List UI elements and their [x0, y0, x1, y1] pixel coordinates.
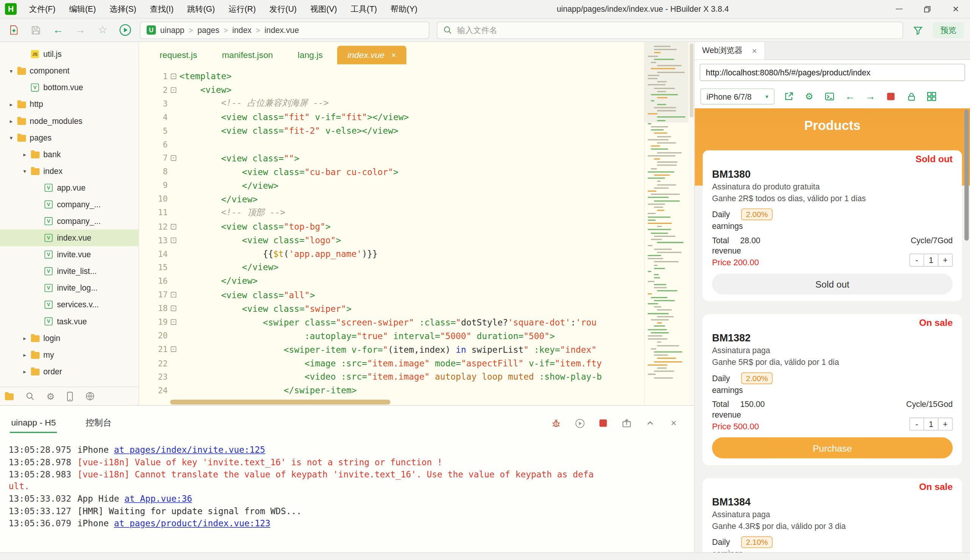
menu-item[interactable]: 运行(R)	[222, 0, 263, 18]
debug-icon[interactable]	[550, 418, 562, 428]
tree-item[interactable]: ▾index	[0, 163, 139, 179]
console-link[interactable]: at pages/index/invite.vue:125	[114, 445, 265, 455]
tree-item[interactable]: ▸order	[0, 363, 139, 380]
chevron-right-icon[interactable]: ▸	[20, 335, 30, 341]
fold-icon[interactable]: -	[167, 223, 179, 229]
tree-item[interactable]: JSutil.js	[0, 46, 139, 63]
close-button[interactable]: ×	[942, 0, 970, 18]
favorite-button[interactable]: ☆	[95, 23, 110, 38]
console-link[interactable]: at pages/product/index.vue:123	[114, 518, 270, 528]
editor-tab[interactable]: lang.js	[287, 46, 333, 64]
lock-icon[interactable]	[905, 90, 918, 103]
fold-icon[interactable]: -	[167, 155, 179, 161]
send-to-editor-icon[interactable]	[621, 418, 632, 428]
editor-scrollbar-thumb[interactable]	[690, 43, 693, 117]
fold-icon[interactable]: -	[167, 292, 179, 298]
address-bar[interactable]	[700, 63, 965, 81]
minus-button[interactable]: -	[909, 253, 924, 267]
tree-item[interactable]: ▸login	[0, 330, 139, 346]
open-in-browser-icon[interactable]	[782, 90, 795, 103]
chevron-down-icon[interactable]: ▾	[20, 168, 30, 174]
tree-item[interactable]: ▾pages	[0, 129, 139, 146]
close-tab-icon[interactable]: ×	[752, 46, 757, 56]
back-icon[interactable]: ←	[844, 90, 856, 103]
fold-icon[interactable]: -	[167, 237, 179, 243]
fold-icon[interactable]: -	[167, 319, 179, 325]
tree-item[interactable]: Vbottom.vue	[0, 79, 139, 96]
chevron-right-icon[interactable]: ▸	[20, 368, 30, 374]
close-tab-icon[interactable]: ×	[392, 50, 396, 60]
search-input[interactable]	[457, 25, 897, 35]
menu-item[interactable]: 帮助(Y)	[384, 0, 424, 18]
chevron-down-icon[interactable]: ▾	[6, 135, 16, 140]
plus-button[interactable]: +	[938, 418, 953, 430]
tree-item[interactable]: ▸my	[0, 346, 139, 363]
breadcrumb-item[interactable]: index	[232, 25, 252, 35]
menu-item[interactable]: 选择(S)	[103, 0, 143, 18]
tree-item[interactable]: ▸bank	[0, 146, 139, 163]
console-link[interactable]: at App.vue:36	[124, 494, 192, 503]
tree-item[interactable]: Vcompany_...	[0, 196, 139, 213]
tree-item[interactable]: Vinvite_list...	[0, 263, 139, 280]
minimize-button[interactable]	[885, 0, 913, 18]
run-button[interactable]	[117, 23, 132, 38]
tree-item[interactable]: Vtask.vue	[0, 313, 139, 330]
minimap[interactable]	[644, 42, 689, 405]
breadcrumb-item[interactable]: uinapp	[160, 25, 185, 35]
tree-item[interactable]: Vinvite.vue	[0, 246, 139, 263]
minus-button[interactable]: -	[909, 418, 924, 430]
console-tab[interactable]: uinapp - H5	[10, 412, 57, 434]
fold-icon[interactable]: -	[167, 73, 179, 79]
search-files-icon[interactable]	[25, 392, 35, 400]
device-grid-icon[interactable]	[925, 90, 938, 103]
breadcrumb-item[interactable]: index.vue	[265, 25, 299, 35]
tab-web-browser[interactable]: Web浏览器 ×	[695, 42, 765, 60]
fold-icon[interactable]: -	[167, 87, 179, 93]
tree-item[interactable]: Vapp.vue	[0, 179, 139, 196]
explorer-icon[interactable]	[5, 392, 13, 400]
tree-item[interactable]: ▸http	[0, 96, 139, 113]
rerun-icon[interactable]	[574, 418, 585, 428]
chevron-right-icon[interactable]: ▸	[20, 352, 30, 358]
clear-console-icon[interactable]: ×	[668, 418, 679, 428]
device-icon[interactable]	[66, 392, 74, 401]
editor-tab[interactable]: manifest.json	[212, 46, 283, 64]
forward-button[interactable]: →	[73, 23, 88, 38]
preview-scrollbar-thumb[interactable]	[964, 110, 968, 241]
settings-icon[interactable]: ⚙	[803, 90, 815, 103]
save-button[interactable]	[28, 23, 43, 38]
back-button[interactable]: ←	[51, 23, 65, 38]
product-action-button[interactable]: Sold out	[712, 273, 953, 295]
breadcrumb-item[interactable]: pages	[197, 25, 219, 35]
menu-item[interactable]: 查找(I)	[143, 0, 180, 18]
product-action-button[interactable]: Purchase	[712, 437, 953, 458]
menu-item[interactable]: 文件(F)	[22, 0, 62, 18]
chevron-right-icon[interactable]: ▸	[6, 118, 16, 124]
forward-icon[interactable]: →	[864, 90, 877, 103]
settings-icon[interactable]: ⚙	[46, 391, 55, 402]
horizontal-scrollbar-thumb[interactable]	[170, 400, 390, 405]
fold-icon[interactable]: -	[167, 306, 179, 312]
tree-item[interactable]: ▾component	[0, 63, 139, 79]
menu-item[interactable]: 跳转(G)	[180, 0, 222, 18]
tree-item[interactable]: Vindex.vue	[0, 230, 139, 246]
network-icon[interactable]	[86, 392, 95, 400]
editor-tab[interactable]: index.vue×	[337, 46, 407, 64]
fold-icon[interactable]: -	[167, 347, 179, 352]
preview-button[interactable]: 预览	[933, 22, 964, 38]
filter-button[interactable]	[910, 23, 925, 38]
code-area[interactable]: 1-<template>2- <view>3 <!-- 占位兼容刘海屏 -->4…	[139, 64, 644, 405]
restore-button[interactable]	[913, 0, 942, 18]
stop-icon[interactable]	[885, 90, 897, 103]
device-select[interactable]: iPhone 6/7/8 ▾	[700, 88, 775, 104]
tree-item[interactable]: Vservices.v...	[0, 296, 139, 313]
devtools-icon[interactable]	[823, 90, 836, 103]
chevron-right-icon[interactable]: ▸	[20, 151, 30, 157]
new-file-button[interactable]	[6, 23, 21, 38]
menu-item[interactable]: 视图(V)	[303, 0, 344, 18]
menu-item[interactable]: 工具(T)	[344, 0, 383, 18]
collapse-panel-icon[interactable]	[645, 418, 655, 428]
tree-item[interactable]: ▸node_modules	[0, 113, 139, 129]
tree-item[interactable]: Vinvite_log...	[0, 280, 139, 296]
chevron-right-icon[interactable]: ▸	[6, 101, 16, 107]
